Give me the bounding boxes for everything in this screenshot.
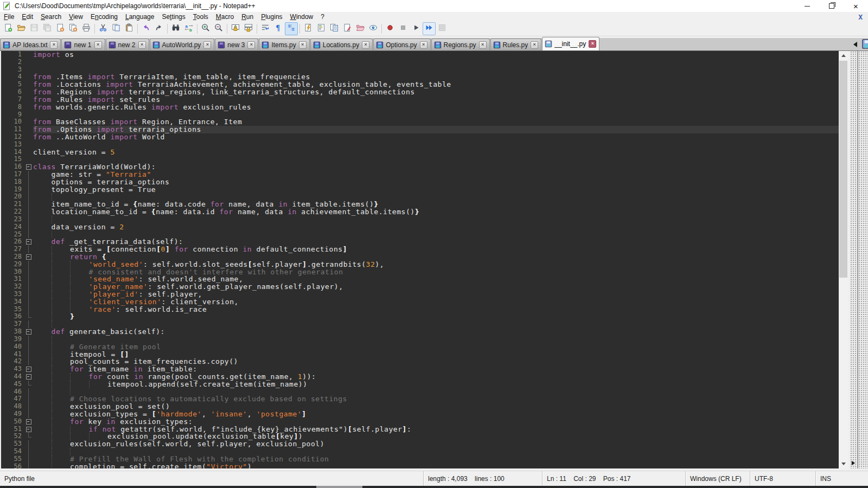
vertical-scrollbar[interactable]	[839, 51, 848, 468]
close-button[interactable]: ×	[844, 0, 868, 12]
sync-scroll-horizontal-button[interactable]	[242, 22, 255, 35]
file-icon	[3, 41, 10, 49]
tab-close-icon[interactable]: ×	[203, 41, 211, 49]
menu-item-file[interactable]: File	[0, 12, 18, 21]
show-all-characters-button[interactable]: ¶	[272, 22, 285, 35]
tab-items-py[interactable]: Items.py×	[259, 38, 309, 50]
tab-close-icon[interactable]: ×	[589, 40, 596, 48]
tab-close-icon[interactable]: ×	[362, 41, 369, 49]
find-button[interactable]	[169, 22, 182, 35]
cut-button[interactable]	[97, 22, 110, 35]
tab-close-icon[interactable]: ×	[94, 41, 102, 49]
menu-item-[interactable]: ?	[317, 12, 328, 21]
menu-item-language[interactable]: Language	[122, 12, 158, 21]
function-list-button[interactable]	[302, 22, 315, 35]
code-token: options = terraria_options	[52, 178, 170, 186]
tab--init-py[interactable]: __init__.py×	[542, 37, 599, 50]
fold-marker[interactable]	[24, 418, 33, 426]
tab-new-3[interactable]: new 3×	[215, 38, 258, 50]
code-editor[interactable]: 1import os234from .Items import Terraria…	[1, 51, 839, 468]
document-list-button[interactable]	[328, 22, 341, 35]
new-file-button[interactable]	[2, 22, 15, 35]
fold-marker[interactable]	[24, 328, 33, 336]
code-token: from	[33, 80, 52, 88]
run-macro-multiple-button[interactable]	[423, 22, 436, 35]
tab-new-1[interactable]: new 1×	[61, 38, 105, 50]
zoom-out-button[interactable]	[212, 22, 225, 35]
redo-button[interactable]	[152, 22, 165, 35]
line-number: 43	[1, 365, 24, 373]
menu-item-search[interactable]: Search	[37, 12, 65, 21]
tab-close-icon[interactable]: ×	[420, 41, 427, 49]
word-wrap-button[interactable]	[259, 22, 272, 35]
splitter-grip[interactable]	[850, 51, 857, 468]
playback-macro-button[interactable]	[410, 22, 423, 35]
panel-splitter[interactable]	[848, 51, 868, 468]
fold-marker[interactable]	[24, 238, 33, 246]
menu-item-macro[interactable]: Macro	[212, 12, 238, 21]
zoom-in-button[interactable]	[199, 22, 212, 35]
menu-item-tools[interactable]: Tools	[189, 12, 212, 21]
sync-scroll-vertical-button[interactable]	[229, 22, 242, 35]
copy-button[interactable]	[110, 22, 123, 35]
menu-item-view[interactable]: View	[65, 12, 87, 21]
tab-scroll-left-icon[interactable]	[853, 42, 857, 47]
save-button[interactable]	[28, 22, 41, 35]
fold-marker[interactable]	[24, 163, 33, 171]
close-all-button[interactable]	[67, 22, 80, 35]
scroll-up-icon[interactable]	[839, 51, 848, 60]
code-token: ]	[302, 410, 306, 418]
save-macro-button[interactable]	[436, 22, 449, 35]
folder-as-workspace-button[interactable]	[354, 22, 367, 35]
monitoring-button[interactable]	[367, 22, 380, 35]
tab-close-icon[interactable]: ×	[138, 41, 146, 49]
fold-marker[interactable]	[24, 426, 33, 433]
menu-item-run[interactable]: Run	[238, 12, 257, 21]
fold-marker[interactable]	[24, 373, 33, 381]
stop-macro-button[interactable]	[397, 22, 410, 35]
tab-ap-ideas-txt[interactable]: AP Ideas.txt×	[0, 38, 61, 50]
show-indent-guide-button[interactable]	[285, 22, 298, 35]
minimize-button[interactable]	[795, 0, 819, 12]
restore-button[interactable]	[819, 0, 844, 12]
record-macro-button[interactable]	[384, 22, 397, 35]
open-button[interactable]	[15, 22, 28, 35]
tab-close-icon[interactable]: ×	[50, 41, 58, 49]
code-text	[33, 231, 839, 239]
tab-close-icon[interactable]: ×	[479, 41, 487, 49]
indent-guide	[33, 365, 52, 373]
close-icon	[56, 23, 65, 34]
menu-item-encoding[interactable]: Encoding	[87, 12, 122, 21]
menu-item-window[interactable]: Window	[286, 12, 317, 21]
tab-new-2[interactable]: new 2×	[106, 38, 149, 50]
tab-locations-py[interactable]: Locations.py×	[310, 38, 373, 50]
document-map-button[interactable]	[315, 22, 328, 35]
scrollbar-thumb[interactable]	[839, 61, 847, 278]
fold-marker[interactable]	[24, 365, 33, 373]
code-text: 'player_name': self.world.get_player_nam…	[33, 283, 839, 291]
tab-options-py[interactable]: Options.py×	[373, 38, 430, 50]
splitter-collapse-icon[interactable]	[852, 461, 855, 465]
replace-button[interactable]: ab	[182, 22, 195, 35]
menu-close-icon[interactable]: X	[858, 13, 863, 21]
menu-item-plugins[interactable]: Plugins	[257, 12, 286, 21]
code-text: for item_name in item_table:	[33, 365, 839, 373]
close-button[interactable]	[54, 22, 67, 35]
code-token: ]	[403, 425, 407, 433]
print-button[interactable]	[80, 22, 93, 35]
paste-button[interactable]	[123, 22, 136, 35]
tab-bar: AP Ideas.txt×new 1×new 2×AutoWorld.py×ne…	[0, 36, 868, 51]
tab-rules-py[interactable]: Rules.py×	[490, 38, 542, 50]
tab-regions-py[interactable]: Regions.py×	[431, 38, 490, 50]
tab-autoworld-py[interactable]: AutoWorld.py×	[150, 38, 215, 50]
edit-document-button[interactable]	[341, 22, 354, 35]
fold-marker[interactable]	[24, 253, 33, 261]
undo-button[interactable]	[139, 22, 152, 35]
scroll-down-icon[interactable]	[839, 459, 848, 468]
save-all-button[interactable]	[41, 22, 54, 35]
tab-close-icon[interactable]: ×	[531, 41, 538, 49]
tab-close-icon[interactable]: ×	[247, 41, 255, 49]
tab-close-icon[interactable]: ×	[299, 41, 307, 49]
menu-item-edit[interactable]: Edit	[18, 12, 37, 21]
menu-item-settings[interactable]: Settings	[158, 12, 189, 21]
